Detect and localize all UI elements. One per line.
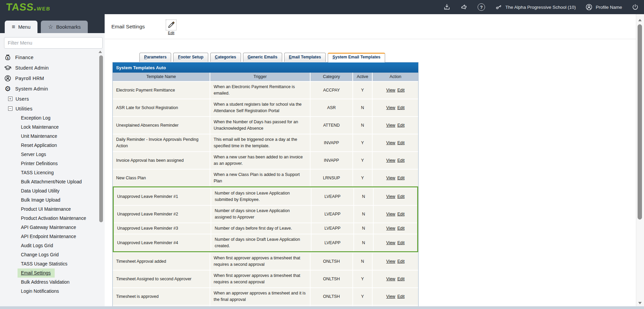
edit-link[interactable]: Edit [397, 87, 405, 94]
view-link[interactable]: View [386, 157, 395, 164]
edit-link[interactable]: Edit [397, 122, 405, 129]
announcements-icon[interactable] [460, 3, 468, 11]
edit-link[interactable]: Edit [397, 140, 405, 146]
sidebar-subitem[interactable]: Bulk Image Upload [18, 196, 64, 205]
view-link[interactable]: View [386, 105, 395, 111]
cell-template-name: Unapproved Leave Reminder #4 [114, 234, 211, 251]
settings-tab[interactable]: Generic Emails [243, 53, 282, 62]
sidebar-subitem[interactable]: Audit Logs Grid [18, 241, 57, 250]
horizontal-scrollbar-track[interactable] [0, 306, 644, 309]
sidebar-subitem[interactable]: Product UI Maintenance [18, 205, 75, 214]
sidebar-subitem[interactable]: Change Logs Grid [18, 250, 63, 259]
edit-label: Edit [168, 31, 175, 35]
settings-tab[interactable]: Email Templates [284, 53, 326, 62]
sidebar-subitem-label: Reset Application [21, 143, 57, 148]
view-link[interactable]: View [386, 293, 395, 300]
school-selector[interactable]: The Alpha Progressive School (10) [494, 3, 576, 11]
tab-menu[interactable]: ≡ Menu [5, 21, 37, 33]
highlighted-rows-box: Unapproved Leave Reminder #1 Number of d… [113, 186, 418, 252]
scroll-down-arrow-icon[interactable] [638, 302, 642, 304]
help-icon[interactable]: ? [477, 3, 485, 11]
settings-tab[interactable]: Parameters [139, 53, 171, 62]
filter-menu-input[interactable] [4, 37, 103, 49]
edit-link[interactable]: Edit [397, 240, 405, 246]
sidebar-subitem-label: Bulk Address Validation [21, 280, 70, 285]
edit-link[interactable]: Edit [397, 157, 405, 164]
sidebar-subitem-label: Unit Maintenance [21, 134, 57, 139]
edit-link[interactable]: Edit [397, 276, 405, 282]
sidebar-subitem[interactable]: Lock Maintenance [18, 123, 63, 132]
cell-template-name: Unapproved Leave Reminder #2 [114, 206, 211, 223]
page-vertical-scrollbar[interactable] [636, 14, 644, 309]
sidebar-subitem[interactable]: Product Activation Maintenance [18, 214, 90, 223]
content-area: Parameters Footer Setup Categories Gener… [105, 39, 636, 306]
view-link[interactable]: View [386, 175, 395, 181]
edit-link[interactable]: Edit [397, 194, 405, 200]
cell-active: Y [353, 134, 373, 151]
sidebar-item-student-admin[interactable]: Student Admin [0, 62, 105, 73]
edit-link[interactable]: Edit [397, 211, 405, 217]
pencil-icon [166, 20, 177, 30]
sidebar-subitem[interactable]: Data Upload Utility [18, 186, 63, 196]
view-link[interactable]: View [386, 240, 395, 246]
page-title: Email Settings [111, 24, 145, 30]
sidebar-subitem[interactable]: Printer Definitions [18, 159, 62, 168]
edit-link[interactable]: Edit [397, 105, 405, 111]
sidebar-subitem[interactable]: Exception Log [18, 113, 54, 123]
sidebar-subitem[interactable]: API Gateway Maintenance [18, 223, 80, 232]
cell-trigger: When the Number of Days has passed for a… [210, 117, 311, 134]
settings-tab[interactable]: Footer Setup [173, 53, 208, 62]
settings-tab-label: Parameters [144, 55, 166, 59]
tab-bookmarks[interactable]: ☆ Bookmarks [41, 21, 88, 33]
sidebar-item-finance[interactable]: $ Finance [0, 52, 105, 62]
expand-plus-icon[interactable]: + [8, 97, 12, 101]
cell-category: LVEAPP [312, 234, 354, 251]
cell-category: ATTEND [311, 117, 353, 134]
sidebar-subitem[interactable]: Bulk Attachment/Note Upload [18, 177, 86, 186]
sidebar-scrollbar-thumb[interactable] [99, 55, 103, 222]
edit-button[interactable]: Edit [166, 20, 177, 35]
sidebar-subitem[interactable]: Unit Maintenance [18, 132, 61, 141]
table-title-bar: System Templates Auto [113, 62, 418, 73]
view-link[interactable]: View [386, 225, 395, 232]
view-link[interactable]: View [386, 87, 395, 94]
cell-category: ONLTSH [311, 271, 353, 287]
sidebar-subitem[interactable]: TASS Usage Statistics [18, 259, 72, 268]
view-link[interactable]: View [386, 211, 395, 217]
view-link[interactable]: View [386, 140, 395, 146]
collapse-minus-icon[interactable]: − [8, 106, 12, 111]
table-row: Timesheet is approved When an approver a… [113, 287, 418, 305]
download-icon[interactable] [443, 3, 451, 11]
sidebar-subitem[interactable]: Server Logs [18, 150, 50, 159]
edit-link[interactable]: Edit [397, 258, 405, 265]
sidebar-scroll-up-arrow[interactable] [99, 51, 102, 53]
topbar-actions: ? The Alpha Progressive School (10) Prof… [443, 3, 639, 11]
sidebar-item-payroll-hrm[interactable]: Payroll HRM [0, 73, 105, 83]
scroll-up-arrow-icon[interactable] [638, 19, 642, 21]
edit-link[interactable]: Edit [397, 225, 405, 232]
sidebar-item-system-admin[interactable]: ⚙ System Admin [0, 83, 105, 94]
settings-tab[interactable]: System Email Templates [328, 53, 385, 62]
tree-item-users[interactable]: + Users [0, 94, 105, 104]
cell-active: N [354, 206, 374, 223]
edit-link[interactable]: Edit [397, 293, 405, 300]
sidebar-subitem[interactable]: Login Notifications [18, 287, 63, 296]
profile-menu[interactable]: Profile Name [585, 3, 622, 11]
sidebar-subitem[interactable]: Reset Application [18, 141, 61, 150]
view-link[interactable]: View [386, 258, 395, 265]
sidebar-subitem[interactable]: Bulk Address Validation [18, 278, 74, 287]
settings-tab[interactable]: Categories [210, 53, 241, 62]
view-link[interactable]: View [386, 122, 395, 129]
scrollbar-thumb[interactable] [638, 24, 642, 220]
view-link[interactable]: View [386, 194, 395, 200]
sidebar-subitem[interactable]: API Endpoint Maintenance [18, 232, 80, 241]
sidebar-subitem-label: TASS Usage Statistics [21, 261, 68, 266]
sidebar-subitem[interactable]: Email Settings [18, 268, 55, 278]
cell-action: View Edit [374, 188, 417, 205]
view-link[interactable]: View [386, 276, 395, 282]
sidebar-subitem[interactable]: TASS Licencing [18, 168, 58, 177]
cell-action: View Edit [374, 234, 417, 251]
edit-link[interactable]: Edit [397, 175, 405, 181]
logout-power-icon[interactable] [631, 3, 639, 11]
tree-item-utilities[interactable]: − Utilities [0, 104, 105, 113]
